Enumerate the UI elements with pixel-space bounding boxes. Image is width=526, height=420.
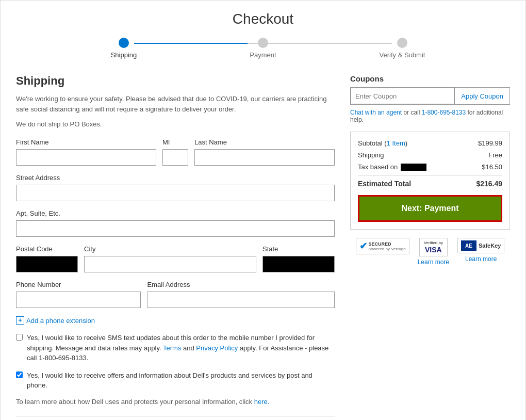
phone-input[interactable] (16, 292, 141, 308)
apt-group: Apt, Suite, Etc. (16, 209, 335, 237)
plus-icon: + (16, 316, 24, 325)
chat-phone-link[interactable]: 1-800-695-8133 (422, 109, 466, 116)
total-row: Estimated Total $216.49 (358, 175, 502, 188)
step-label-verify: Verify & Submit (380, 51, 425, 59)
last-name-group: Last Name (194, 138, 335, 166)
first-name-input[interactable] (16, 149, 156, 166)
visa-text-label: VISA (425, 246, 442, 254)
offers-label: Yes, I would like to receive offers and … (27, 370, 335, 391)
coupon-input-row: Apply Coupon (350, 87, 510, 105)
norton-badge-item: ✔ SECURED powered by Verisign (356, 238, 409, 254)
offers-checkbox[interactable] (16, 371, 23, 378)
terms-link[interactable]: Terms (163, 344, 181, 352)
po-box-notice: We do not ship to PO Boxes. (16, 120, 335, 128)
postal-input[interactable] (16, 256, 78, 272)
sms-label: Yes, I would like to receive SMS text up… (27, 333, 335, 363)
tax-redact (401, 164, 426, 171)
phone-label: Phone Number (16, 281, 141, 288)
safekey-badge-item: AE SafeKey Learn more (457, 238, 504, 263)
norton-verisign-label: powered by Verisign (369, 247, 406, 251)
tax-label: Tax based on (358, 163, 426, 171)
safekey-logo: AE (461, 240, 476, 251)
visa-badge-item: Verified by VISA Learn more (418, 238, 449, 266)
sms-checkbox-row: Yes, I would like to receive SMS text up… (16, 333, 335, 364)
apply-coupon-button[interactable]: Apply Coupon (454, 88, 509, 104)
mi-label: MI (162, 138, 188, 146)
street-input[interactable] (16, 185, 335, 201)
last-name-label: Last Name (194, 138, 335, 146)
city-input[interactable] (84, 256, 256, 272)
divider (16, 416, 335, 416)
postal-label: Postal Code (16, 245, 78, 253)
subtotal-row: Subtotal (1 Item) $199.99 (358, 139, 502, 147)
page-title: Checkout (16, 11, 510, 27)
checkout-progress: Shipping Payment Verify & Submit (16, 38, 510, 59)
apt-input[interactable] (16, 220, 335, 237)
norton-text: SECURED powered by Verisign (369, 241, 406, 251)
step-dot-payment (258, 38, 268, 48)
name-row: First Name MI Last Name (16, 138, 335, 166)
shipping-row: Shipping Free (358, 151, 502, 159)
step-label-payment: Payment (250, 51, 276, 59)
shipping-form-panel: Shipping We're working to ensure your sa… (16, 74, 335, 420)
item-count-link[interactable]: 1 Item (387, 139, 405, 147)
mi-input[interactable] (162, 149, 188, 166)
safekey-text-label: SafeKey (479, 243, 501, 249)
state-group: State (262, 245, 335, 272)
safekey-badge: AE SafeKey (457, 238, 504, 253)
order-summary-box: Subtotal (1 Item) $199.99 Shipping Free … (350, 132, 510, 230)
state-select[interactable] (262, 256, 335, 272)
step-label-shipping: Shipping (111, 51, 137, 59)
street-row: Street Address (16, 174, 335, 201)
step-shipping: Shipping (93, 38, 155, 59)
chat-help: Chat with an agent or call 1-800-695-813… (350, 109, 510, 123)
city-label: City (84, 245, 256, 253)
add-extension-link[interactable]: + Add a phone extension (16, 316, 335, 325)
mi-group: MI (162, 138, 188, 166)
chat-agent-link[interactable]: Chat with an agent (350, 109, 402, 116)
visa-learn-more-link[interactable]: Learn more (418, 259, 449, 266)
norton-check-icon: ✔ (359, 240, 367, 252)
location-row: Postal Code City State (16, 245, 335, 272)
state-label: State (262, 245, 335, 253)
first-name-label: First Name (16, 138, 156, 146)
phone-group: Phone Number (16, 281, 141, 308)
privacy-notice: To learn more about how Dell uses and pr… (16, 398, 335, 406)
norton-secured-label: SECURED (369, 241, 406, 247)
step-dot-verify (397, 38, 407, 48)
sms-checkbox[interactable] (16, 334, 23, 341)
covid-notice: We're working to ensure your safety. Ple… (16, 94, 335, 114)
total-value: $216.49 (476, 180, 502, 188)
postal-group: Postal Code (16, 245, 78, 272)
street-group: Street Address (16, 174, 335, 201)
offers-checkbox-row: Yes, I would like to receive offers and … (16, 370, 335, 392)
shipping-value: Free (488, 151, 502, 159)
step-verify: Verify & Submit (371, 38, 433, 59)
street-label: Street Address (16, 174, 335, 182)
visa-badge: Verified by VISA (419, 238, 448, 256)
security-badges: ✔ SECURED powered by Verisign Verified b… (350, 238, 510, 266)
last-name-input[interactable] (194, 149, 335, 166)
shipping-label: Shipping (358, 151, 384, 159)
total-label: Estimated Total (358, 180, 411, 188)
shipping-title: Shipping (16, 74, 335, 88)
visa-verified-label: Verified by (424, 240, 443, 246)
apt-row: Apt, Suite, Etc. (16, 209, 335, 237)
norton-badge: ✔ SECURED powered by Verisign (356, 238, 409, 254)
email-group: Email Address (147, 281, 335, 308)
subtotal-value: $199.99 (478, 139, 502, 147)
order-summary-panel: Coupons Apply Coupon Chat with an agent … (350, 74, 510, 420)
subtotal-label: Subtotal (1 Item) (358, 139, 407, 147)
coupon-input[interactable] (351, 88, 454, 104)
email-label: Email Address (147, 281, 335, 288)
safekey-learn-more-link[interactable]: Learn more (465, 255, 497, 263)
tax-value: $16.50 (482, 163, 502, 171)
next-payment-button[interactable]: Next: Payment (358, 195, 502, 222)
city-group: City (84, 245, 256, 272)
apt-label: Apt, Suite, Etc. (16, 209, 335, 217)
first-name-group: First Name (16, 138, 156, 166)
coupons-section: Coupons Apply Coupon Chat with an agent … (350, 74, 510, 123)
here-link[interactable]: here. (254, 398, 270, 406)
email-input[interactable] (147, 292, 335, 308)
privacy-policy-link[interactable]: Privacy Policy (196, 344, 238, 352)
